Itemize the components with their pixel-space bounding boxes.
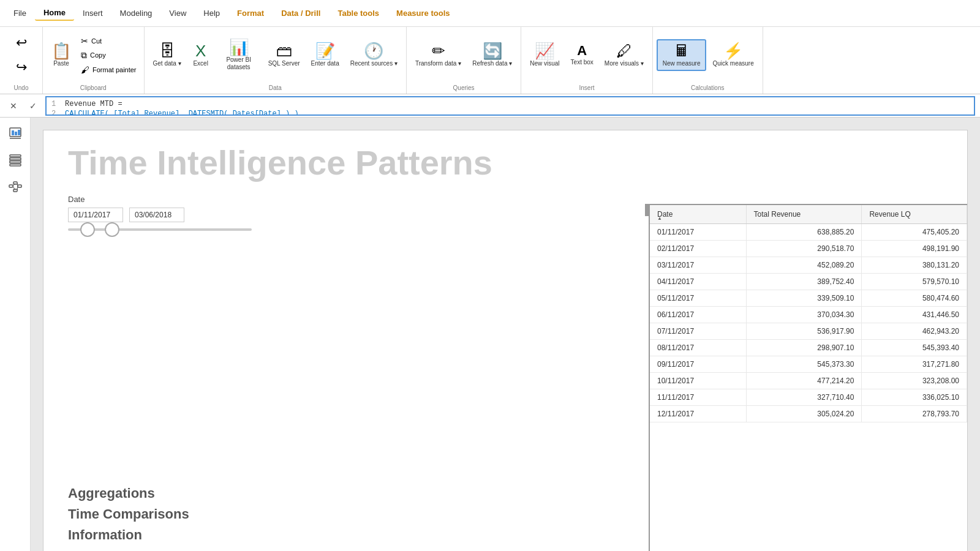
cell-revenue_lq: 580,474.60 (862, 290, 967, 307)
redo-button[interactable]: ↪ (10, 57, 32, 78)
menu-help[interactable]: Help (195, 6, 228, 20)
get-data-icon: 🗄 (159, 43, 175, 59)
canvas-area[interactable]: Time Intelligence Patterns Date 01/11/20… (31, 118, 980, 551)
table-row: 03/11/2017452,089.20380,131.20 (650, 257, 967, 274)
menu-datadrill[interactable]: Data / Drill (273, 6, 329, 20)
sidebar-model-icon[interactable] (4, 176, 26, 198)
date-from-input[interactable]: 01/11/2017 (68, 208, 123, 222)
menu-measuretools[interactable]: Measure tools (388, 6, 458, 20)
ribbon-insert-group: 📈 New visual A Text box 🖊 More visuals ▾… (521, 27, 653, 94)
nav-item-aggregations[interactable]: Aggregations (68, 485, 189, 501)
cell-total_revenue: 536,917.90 (746, 323, 862, 340)
paste-button[interactable]: 📋 Paste (47, 40, 76, 70)
cut-button[interactable]: ✂ Cut (77, 34, 140, 48)
menu-modeling[interactable]: Modeling (111, 6, 161, 20)
cell-revenue_lq: 317,271.80 (862, 356, 967, 373)
sql-server-button[interactable]: 🗃 SQL Server (263, 40, 305, 70)
cell-date: 01/11/2017 (650, 224, 746, 241)
cell-date: 08/11/2017 (650, 340, 746, 356)
line-2-number: 2 (51, 110, 60, 116)
table-row: 01/11/2017638,885.20475,405.20 (650, 224, 967, 241)
sql-icon: 🗃 (276, 43, 292, 59)
calculations-buttons: 🖩 New measure ⚡ Quick measure (653, 27, 763, 83)
page-title: Time Intelligence Patterns (43, 130, 967, 182)
undo-button[interactable]: ↩ (10, 32, 32, 53)
quick-measure-button[interactable]: ⚡ Quick measure (707, 40, 758, 70)
ribbon-queries-group: ✏ Transform data ▾ 🔄 Refresh data ▾ Quer… (407, 27, 521, 94)
cell-date: 10/11/2017 (650, 373, 746, 389)
slider-handle-right[interactable] (105, 222, 119, 237)
copy-button[interactable]: ⧉ Copy (77, 48, 140, 62)
svg-rect-7 (10, 161, 21, 163)
col-revenue-lq[interactable]: Revenue LQ (862, 205, 967, 224)
cell-revenue_lq: 579,570.10 (862, 274, 967, 290)
queries-group-label: Queries (407, 83, 521, 94)
transform-icon: ✏ (432, 43, 445, 59)
ribbon-calculations-group: 🖩 New measure ⚡ Quick measure Calculatio… (653, 27, 763, 94)
format-painter-button[interactable]: 🖌 Format painter (77, 63, 140, 77)
cell-total_revenue: 638,885.20 (746, 224, 862, 241)
col-total-revenue[interactable]: Total Revenue (746, 205, 862, 224)
slider-track (68, 228, 252, 231)
menu-insert[interactable]: Insert (74, 6, 111, 20)
recent-sources-button[interactable]: 🕐 Recent sources ▾ (345, 40, 402, 70)
col-date[interactable]: Date (650, 205, 746, 224)
menu-file[interactable]: File (5, 6, 35, 20)
cell-date: 03/11/2017 (650, 257, 746, 274)
cell-revenue_lq: 336,025.10 (862, 389, 967, 406)
insert-buttons: 📈 New visual A Text box 🖊 More visuals ▾ (521, 27, 652, 83)
clipboard-small-buttons: ✂ Cut ⧉ Copy 🖌 Format painter (77, 34, 140, 77)
date-filter-label: Date (68, 195, 943, 204)
get-data-button[interactable]: 🗄 Get data ▾ (148, 40, 186, 70)
cell-revenue_lq: 278,793.70 (862, 406, 967, 422)
clipboard-buttons: 📋 Paste ✂ Cut ⧉ Copy 🖌 Format painter (43, 27, 144, 83)
refresh-button[interactable]: 🔄 Refresh data ▾ (467, 40, 517, 70)
table-row: 05/11/2017339,509.10580,474.60 (650, 290, 967, 307)
ribbon: ↩ ↪ Undo 📋 Paste ✂ Cut ⧉ Copy 🖌 (0, 27, 980, 94)
svg-rect-4 (18, 130, 20, 135)
new-visual-icon: 📈 (535, 43, 554, 59)
menu-home[interactable]: Home (35, 6, 74, 21)
queries-buttons: ✏ Transform data ▾ 🔄 Refresh data ▾ (407, 27, 521, 83)
report-canvas: Time Intelligence Patterns Date 01/11/20… (43, 130, 968, 551)
date-to-input[interactable]: 03/06/2018 (129, 208, 184, 222)
formula-editor[interactable]: 1 Revenue MTD = 2 CALCULATE( [Total Reve… (45, 96, 975, 116)
svg-line-15 (17, 183, 18, 186)
menu-tabletools[interactable]: Table tools (329, 6, 388, 20)
formula-confirm-button[interactable]: ✓ (24, 97, 42, 114)
text-box-button[interactable]: A Text box (566, 42, 598, 69)
power-bi-datasets-button[interactable]: 📊 Power BI datasets (216, 37, 262, 73)
more-visuals-icon: 🖊 (616, 43, 632, 59)
formula-cancel-button[interactable]: ✕ (5, 97, 22, 114)
sidebar-data-icon[interactable] (4, 149, 26, 171)
table-row: 07/11/2017536,917.90462,943.20 (650, 323, 967, 340)
excel-button[interactable]: X Excel (187, 40, 214, 70)
cell-revenue_lq: 462,943.20 (862, 323, 967, 340)
new-measure-button[interactable]: 🖩 New measure (657, 39, 707, 71)
slider-handle-left[interactable] (80, 222, 95, 237)
refresh-icon: 🔄 (483, 43, 502, 59)
cut-icon: ✂ (81, 36, 88, 46)
new-visual-button[interactable]: 📈 New visual (525, 40, 564, 70)
cell-date: 02/11/2017 (650, 241, 746, 257)
paste-icon: 📋 (51, 43, 71, 59)
sidebar-report-icon[interactable] (4, 122, 26, 144)
calculations-group-label: Calculations (653, 83, 763, 94)
cell-date: 09/11/2017 (650, 356, 746, 373)
cell-revenue_lq: 545,393.40 (862, 340, 967, 356)
more-visuals-button[interactable]: 🖊 More visuals ▾ (600, 40, 649, 70)
power-bi-icon: 📊 (229, 39, 249, 55)
enter-data-button[interactable]: 📝 Enter data (306, 40, 344, 70)
nav-item-information[interactable]: Information (68, 527, 189, 543)
copy-icon: ⧉ (81, 50, 87, 61)
transform-data-button[interactable]: ✏ Transform data ▾ (410, 40, 466, 70)
cell-revenue_lq: 431,446.50 (862, 307, 967, 323)
table-row: 11/11/2017327,710.40336,025.10 (650, 389, 967, 406)
menu-view[interactable]: View (160, 6, 195, 20)
undo-buttons: ↩ ↪ (0, 27, 42, 83)
menu-format[interactable]: Format (228, 6, 273, 20)
table-row: 08/11/2017298,907.10545,393.40 (650, 340, 967, 356)
cell-revenue_lq: 323,208.00 (862, 373, 967, 389)
nav-item-time-comparisons[interactable]: Time Comparisons (68, 506, 189, 522)
quick-measure-icon: ⚡ (723, 43, 743, 59)
